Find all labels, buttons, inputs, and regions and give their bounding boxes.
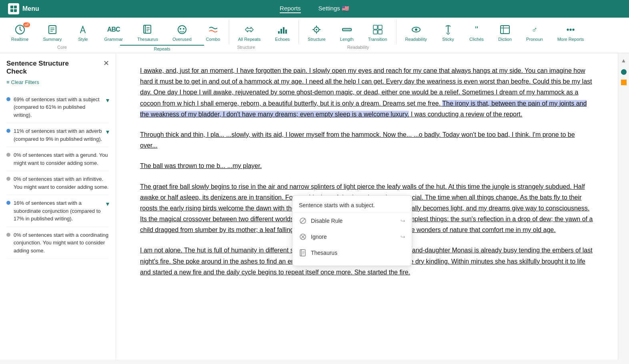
summary-label: Summary — [43, 37, 62, 42]
svg-point-23 — [316, 29, 317, 30]
toolbar-cliches[interactable]: " Clichés — [462, 21, 491, 43]
main-layout: Sentence StructureCheck ✕ ≡ Clear Filter… — [0, 53, 629, 360]
svg-line-41 — [300, 218, 305, 223]
stat-dot-2 — [6, 153, 10, 157]
readability-label: Readability — [405, 37, 427, 42]
toolbar-echoes[interactable]: Echoes — [268, 21, 297, 43]
tooltip-disable-rule[interactable]: Disable Rule ↪ — [292, 213, 412, 229]
stat-dot-0 — [6, 97, 10, 101]
svg-rect-1 — [14, 6, 17, 8]
toolbar-icons-row: off Realtime Summary — [0, 18, 629, 44]
echoes-label: Echoes — [275, 37, 290, 42]
toolbar-sticky[interactable]: Sticky — [434, 21, 462, 43]
stat-item-1: 11% of sentences start with an adverb (c… — [6, 123, 109, 147]
svg-rect-2 — [10, 9, 13, 12]
stat-dot-1 — [6, 129, 10, 133]
divider-3 — [396, 20, 397, 44]
toolbar-combo[interactable]: Combo — [199, 21, 227, 43]
group-readability-label: Readability — [288, 45, 428, 51]
svg-point-16 — [180, 28, 181, 30]
essay-paragraph-2: Through thick and thin, I pla... ...slow… — [140, 129, 594, 151]
clear-filters-label: Clear Filters — [11, 79, 39, 85]
structure-label: Structure — [308, 37, 326, 42]
essay-text-span-2b: ...slowly, with its aid, I lower myself … — [224, 131, 412, 138]
status-indicator — [621, 80, 627, 85]
svg-rect-20 — [283, 27, 284, 34]
diction-icon — [499, 23, 511, 36]
svg-rect-3 — [14, 9, 17, 12]
svg-rect-31 — [378, 25, 382, 29]
essay-paragraph-1: I awake, and, just for an moment, I have… — [140, 65, 594, 120]
grammar-icon: ABC — [107, 23, 120, 36]
ignore-arrow: ↪ — [401, 234, 405, 240]
transition-icon — [371, 23, 384, 36]
svg-point-17 — [183, 28, 184, 30]
filter-icon: ≡ — [6, 79, 10, 85]
stat-dot-4 — [6, 201, 10, 205]
toolbar-all-repeats[interactable]: All Repeats — [231, 21, 268, 43]
toolbar-structure[interactable]: Structure — [300, 21, 333, 43]
essay-paragraph-3: The ball was thrown to me b... ...my pla… — [140, 160, 594, 171]
sidebar-header: Sentence StructureCheck ✕ — [6, 60, 109, 76]
structure-icon — [310, 23, 323, 36]
tooltip-thesaurus[interactable]: Thesaurus — [292, 245, 412, 261]
stat-item-5: 0% of sentences start with a coordinatin… — [6, 227, 109, 259]
pronoun-icon: ♂ — [528, 23, 541, 36]
toolbar-grammar[interactable]: ABC Grammar — [97, 21, 130, 43]
settings-link[interactable]: Settings 🇺🇸 — [319, 5, 349, 13]
svg-rect-21 — [285, 30, 287, 34]
essay-text-span-2: Through thick and thin, I pla... — [140, 131, 224, 138]
summary-icon — [46, 23, 59, 36]
pronoun-label: Pronoun — [526, 37, 543, 42]
content-area: I awake, and, just for an moment, I have… — [116, 53, 618, 360]
toolbar-overused[interactable]: Overused — [165, 21, 199, 43]
svg-rect-0 — [10, 6, 13, 8]
thesaurus-popup-icon — [299, 249, 307, 257]
reports-link[interactable]: Reports — [280, 5, 301, 13]
toolbar-thesaurus[interactable]: Thesaurus — [130, 21, 165, 43]
combo-icon — [206, 23, 219, 36]
logo-icon — [8, 3, 19, 14]
readability-icon — [410, 23, 423, 36]
svg-rect-18 — [278, 31, 280, 34]
tooltip-ignore[interactable]: Ignore ↪ — [292, 229, 412, 245]
realtime-label: Realtime — [11, 37, 28, 42]
toolbar-pronoun[interactable]: ♂ Pronoun — [519, 21, 550, 43]
realtime-badge: off — [23, 22, 30, 27]
more-reports-icon: ••• — [564, 23, 577, 36]
stat-arrow-1[interactable]: ▾ — [106, 128, 109, 136]
grammar-label: Grammar — [104, 37, 122, 42]
stat-arrow-0[interactable]: ▾ — [106, 96, 109, 104]
toolbar-groups: Core Repeats Structure Readability — [0, 44, 629, 53]
clear-filters-button[interactable]: ≡ Clear Filters — [6, 79, 109, 85]
more-reports-label: More Reports — [557, 37, 584, 42]
close-button[interactable]: ✕ — [103, 59, 109, 68]
divider-2 — [298, 20, 299, 44]
stat-item-2: 0% of sentences start with a gerund. You… — [6, 147, 109, 171]
toolbar-transition[interactable]: Transition — [361, 21, 395, 43]
toolbar-length[interactable]: Length — [333, 21, 361, 43]
echoes-icon — [276, 23, 289, 36]
toolbar-style[interactable]: Style — [69, 21, 97, 43]
svg-point-35 — [415, 28, 417, 31]
stat-item-0: 69% of sentences start with a subject (c… — [6, 92, 109, 124]
toolbar-realtime[interactable]: off Realtime — [4, 21, 36, 43]
thesaurus-popup-label: Thesaurus — [311, 250, 337, 256]
diction-label: Diction — [498, 37, 512, 42]
toolbar-summary[interactable]: Summary — [36, 21, 69, 43]
toolbar-diction[interactable]: Diction — [491, 21, 519, 43]
overused-icon — [176, 23, 188, 36]
tooltip-header: Sentence starts with a subject. — [292, 200, 412, 213]
stat-arrow-4[interactable]: ▾ — [106, 200, 109, 208]
svg-rect-37 — [501, 26, 509, 34]
toolbar-more-reports[interactable]: ••• More Reports — [550, 21, 591, 43]
menu-logo[interactable]: Menu — [8, 3, 39, 14]
sidebar-title: Sentence StructureCheck — [6, 60, 69, 76]
group-structure-label: Structure — [204, 45, 288, 51]
stat-dot-5 — [6, 233, 10, 237]
stat-dot-3 — [6, 177, 10, 181]
scroll-up-icon[interactable]: ▲ — [620, 56, 628, 64]
style-label: Style — [78, 37, 88, 42]
overused-label: Overused — [172, 37, 192, 42]
toolbar-readability[interactable]: Readability — [398, 21, 434, 43]
